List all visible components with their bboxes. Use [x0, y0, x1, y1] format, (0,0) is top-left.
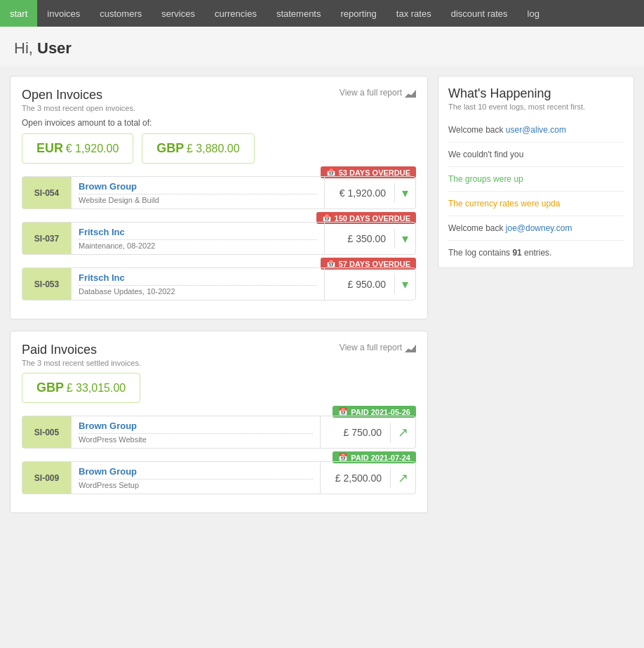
event-5: Welcome back joe@downey.com [448, 216, 624, 241]
open-invoice-si037-wrapper: 150 DAYS OVERDUE SI-037 Fritsch Inc Main… [22, 222, 416, 255]
log-footer: The log contains 91 entries. [448, 248, 624, 258]
invoice-client-si005[interactable]: Brown Group [79, 421, 313, 431]
invoice-client-si053[interactable]: Fritsch Inc [79, 272, 317, 283]
left-panel: Open Invoices The 3 most recent open inv… [10, 76, 428, 524]
invoice-id-si037: SI-037 [22, 223, 72, 254]
invoice-desc-si005: WordPress Website [79, 433, 313, 444]
invoice-amount-si053: £ 950.00 [325, 275, 395, 294]
invoice-amount-si037: £ 350.00 [325, 229, 395, 249]
paid-invoice-si009: SI-009 Brown Group WordPress Setup £ 2,5… [22, 461, 416, 494]
invoice-expand-si037[interactable] [395, 227, 415, 251]
chevron-down-icon [402, 231, 408, 246]
nav-customers[interactable]: customers [90, 0, 152, 27]
invoice-amount-si009: £ 2,500.00 [321, 468, 391, 488]
invoice-id-si053: SI-053 [22, 268, 72, 300]
paid-invoice-si005: SI-005 Brown Group WordPress Website £ 7… [22, 416, 416, 449]
greeting-prefix: Hi, [14, 39, 37, 57]
event-1: Welcome back user@alive.com [448, 118, 624, 143]
event-1-link[interactable]: user@alive.com [506, 125, 566, 135]
paid-invoices-currency-boxes: GBP £ 33,015.00 [22, 373, 416, 403]
nav-tax-rates[interactable]: tax rates [387, 0, 441, 27]
event-5-link[interactable]: joe@downey.com [506, 223, 572, 233]
whats-happening-title: What's Happening [448, 86, 624, 101]
paid-invoices-title: Paid Invoices [22, 343, 141, 357]
whats-happening-card: What's Happening The last 10 event logs,… [438, 76, 634, 268]
whats-happening-subtitle: The last 10 event logs, most recent firs… [448, 103, 624, 111]
invoice-desc-si054: Website Design & Build [79, 194, 317, 204]
paid-invoices-view-report[interactable]: View a full report [340, 343, 416, 352]
invoice-amount-si054: € 1,920.00 [325, 183, 395, 203]
paid-invoice-si005-wrapper: PAID 2021-05-26 SI-005 Brown Group WordP… [22, 416, 416, 449]
paid-invoices-subtitle: The 3 most recent settled invoices. [22, 359, 141, 367]
invoice-client-si037[interactable]: Fritsch Inc [79, 227, 317, 237]
open-invoice-si053-wrapper: 57 DAYS OVERDUE SI-053 Fritsch Inc Datab… [22, 267, 416, 300]
open-invoice-si037: SI-037 Fritsch Inc Maintenance, 08-2022 … [22, 222, 416, 255]
nav-invoices[interactable]: invoices [37, 0, 90, 27]
event-3: The groups were up [448, 167, 624, 192]
chevron-down-icon [402, 277, 408, 292]
nav-currencies[interactable]: currencies [205, 0, 267, 27]
open-invoice-si054-wrapper: 53 DAYS OVERDUE SI-054 Brown Group Websi… [22, 176, 416, 209]
open-invoices-subtitle: The 3 most recent open invoices. [22, 104, 135, 112]
invoice-desc-si009: WordPress Setup [79, 479, 313, 489]
paid-invoice-si009-wrapper: PAID 2021-07-24 SI-009 Brown Group WordP… [22, 461, 416, 494]
greeting-username: User [37, 39, 72, 57]
invoice-open-si009[interactable]: ↗ [391, 466, 415, 490]
nav-reporting[interactable]: reporting [330, 0, 386, 27]
invoice-id-si054: SI-054 [22, 177, 72, 209]
chevron-down-icon [402, 185, 408, 201]
main-nav: start invoices customers services curren… [0, 0, 644, 27]
open-invoice-si053: SI-053 Fritsch Inc Database Updates, 10-… [22, 267, 416, 300]
invoice-client-si054[interactable]: Brown Group [79, 181, 317, 192]
nav-start[interactable]: start [0, 0, 37, 27]
greeting: Hi, User [0, 27, 644, 66]
invoice-expand-si054[interactable] [395, 181, 415, 205]
nav-services[interactable]: services [152, 0, 205, 27]
open-invoices-currency-boxes: EUR € 1,920.00 GBP £ 3,880.00 [22, 133, 416, 164]
paid-currency-gbp: GBP £ 33,015.00 [22, 373, 140, 403]
event-2: We couldn't find you [448, 143, 624, 167]
invoice-amount-si005: £ 750.00 [321, 423, 391, 442]
right-panel: What's Happening The last 10 event logs,… [438, 76, 634, 524]
invoice-desc-si053: Database Updates, 10-2022 [79, 285, 317, 296]
chart-icon [405, 343, 416, 352]
open-invoice-si054: SI-054 Brown Group Website Design & Buil… [22, 176, 416, 209]
open-invoices-view-report[interactable]: View a full report [340, 88, 416, 98]
invoice-desc-si037: Maintenance, 08-2022 [79, 239, 317, 250]
nav-discount-rates[interactable]: discount rates [441, 0, 518, 27]
open-invoices-card: Open Invoices The 3 most recent open inv… [10, 76, 428, 319]
nav-statements[interactable]: statements [267, 0, 331, 27]
invoice-id-si005: SI-005 [22, 416, 72, 448]
invoice-client-si009[interactable]: Brown Group [79, 466, 313, 477]
invoice-id-si009: SI-009 [22, 462, 72, 494]
open-currency-eur: EUR € 1,920.00 [22, 133, 133, 164]
open-invoices-total-label: Open invoices amount to a total of: [22, 118, 416, 128]
chart-icon [405, 88, 416, 98]
paid-invoices-card: Paid Invoices The 3 most recent settled … [10, 331, 428, 513]
nav-log[interactable]: log [518, 0, 549, 27]
open-invoices-title: Open Invoices [22, 88, 135, 103]
invoice-open-si005[interactable]: ↗ [391, 421, 415, 444]
open-currency-gbp: GBP £ 3,880.00 [142, 133, 254, 164]
event-4: The currency rates were upda [448, 192, 624, 216]
invoice-expand-si053[interactable] [395, 272, 415, 296]
